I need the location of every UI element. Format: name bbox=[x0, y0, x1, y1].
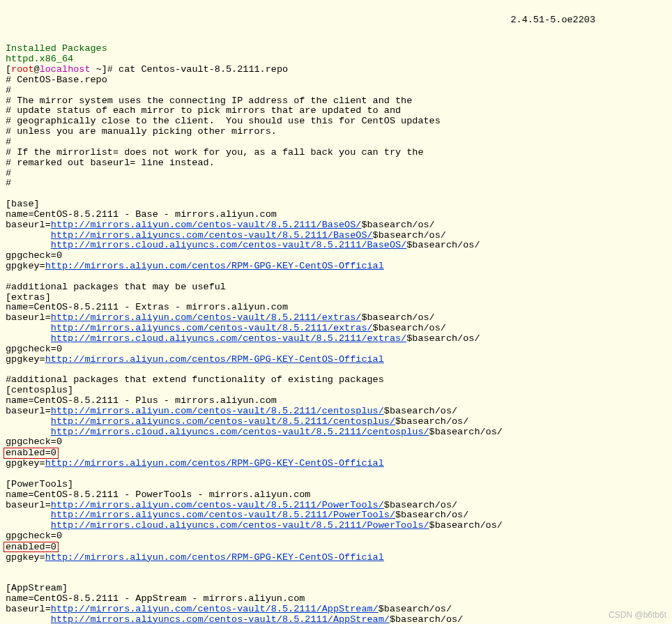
section-centosplus: [centosplus] bbox=[6, 385, 73, 395]
section-powertools: [PowerTools] bbox=[6, 479, 73, 489]
baseurl-prefix: baseurl= bbox=[6, 500, 51, 510]
baseurl-suffix: $basearch/os/ bbox=[379, 604, 452, 614]
baseurl-suffix: $basearch/os/ bbox=[390, 614, 463, 624]
comment-line: # CentOS-Base.repo bbox=[6, 75, 107, 85]
gpgkey-prefix: gpgkey= bbox=[6, 458, 45, 469]
comment-line: # update status of each mirror to pick m… bbox=[6, 105, 401, 116]
watermark: CSDN @b6tb6t bbox=[609, 611, 666, 620]
indent bbox=[6, 427, 51, 437]
prompt-path: ~]# bbox=[91, 64, 119, 75]
repo-name: name=CentOS-8.5.2111 - AppStream - mirro… bbox=[6, 593, 305, 604]
indent bbox=[6, 520, 51, 531]
baseurl-suffix: $basearch/os/ bbox=[406, 240, 480, 250]
baseurl-link[interactable]: http://mirrors.aliyun.com/centos-vault/8… bbox=[51, 406, 384, 416]
section-extras: [extras] bbox=[6, 292, 51, 303]
repo-name: name=CentOS-8.5.2111 - Plus - mirrors.al… bbox=[6, 395, 277, 406]
baseurl-prefix: baseurl= bbox=[6, 220, 51, 230]
gpgkey-link[interactable]: http://mirrors.aliyun.com/centos/RPM-GPG… bbox=[45, 458, 384, 469]
indent bbox=[6, 510, 51, 520]
comment-line: #additional packages that extend functio… bbox=[6, 374, 384, 385]
comment-line: # remarked out baseurl= line instead. bbox=[6, 158, 215, 168]
gpgkey-prefix: gpgkey= bbox=[6, 261, 45, 271]
baseurl-link[interactable]: http://mirrors.aliyun.com/centos-vault/8… bbox=[51, 604, 379, 614]
installed-packages-label: Installed Packages bbox=[6, 43, 107, 54]
prompt-command: cat Centos-vault-8.5.2111.repo bbox=[119, 64, 288, 75]
comment-line: # bbox=[6, 85, 11, 96]
package-name: httpd.x86_64 bbox=[6, 54, 73, 64]
prompt-at: @ bbox=[34, 64, 40, 75]
comment-line: # The mirror system uses the connecting … bbox=[6, 96, 412, 106]
package-version: 2.4.51-5.oe2203 bbox=[510, 15, 595, 26]
baseurl-link[interactable]: http://mirrors.cloud.aliyuncs.com/centos… bbox=[51, 427, 429, 437]
comment-line: # If the mirrorlist= does not work for y… bbox=[6, 147, 424, 158]
gpgkey-link[interactable]: http://mirrors.aliyun.com/centos/RPM-GPG… bbox=[45, 354, 384, 365]
baseurl-link[interactable]: http://mirrors.cloud.aliyuncs.com/centos… bbox=[51, 520, 429, 531]
baseurl-prefix: baseurl= bbox=[6, 604, 51, 614]
indent bbox=[6, 230, 51, 241]
repo-name: name=CentOS-8.5.2111 - Base - mirrors.al… bbox=[6, 209, 277, 220]
indent bbox=[6, 240, 51, 250]
baseurl-suffix: $basearch/os/ bbox=[395, 416, 468, 427]
baseurl-link[interactable]: http://mirrors.aliyuncs.com/centos-vault… bbox=[51, 510, 395, 520]
comment-line: # bbox=[6, 137, 11, 147]
indent bbox=[6, 614, 51, 624]
indent bbox=[6, 333, 51, 344]
baseurl-suffix: $basearch/os/ bbox=[429, 520, 503, 531]
enabled-highlight: enabled=0 bbox=[3, 448, 59, 459]
baseurl-suffix: $basearch/os/ bbox=[373, 323, 446, 333]
section-base: [base] bbox=[6, 199, 40, 209]
prompt-open: [ bbox=[6, 64, 11, 75]
gpgkey-link[interactable]: http://mirrors.aliyun.com/centos/RPM-GPG… bbox=[45, 552, 384, 563]
prompt-user: root bbox=[11, 64, 33, 75]
gpgcheck: gpgcheck=0 bbox=[6, 436, 62, 447]
baseurl-link[interactable]: http://mirrors.aliyun.com/centos-vault/8… bbox=[51, 312, 362, 323]
baseurl-suffix: $basearch/os/ bbox=[384, 500, 457, 510]
baseurl-suffix: $basearch/os/ bbox=[373, 230, 446, 241]
gpgkey-prefix: gpgkey= bbox=[6, 552, 45, 563]
comment-line: # bbox=[6, 178, 11, 188]
baseurl-link[interactable]: http://mirrors.aliyun.com/centos-vault/8… bbox=[51, 220, 362, 230]
gpgcheck: gpgcheck=0 bbox=[6, 531, 62, 541]
comment-line: # unless you are manually picking other … bbox=[6, 126, 277, 137]
baseurl-link[interactable]: http://mirrors.aliyuncs.com/centos-vault… bbox=[51, 230, 373, 241]
repo-name: name=CentOS-8.5.2111 - PowerTools - mirr… bbox=[6, 489, 310, 500]
comment-line: # geographically close to the client. Yo… bbox=[6, 116, 441, 126]
baseurl-link[interactable]: http://mirrors.cloud.aliyuncs.com/centos… bbox=[51, 240, 406, 250]
section-appstream: [AppStream] bbox=[6, 583, 68, 593]
baseurl-suffix: $basearch/os/ bbox=[406, 333, 480, 344]
baseurl-prefix: baseurl= bbox=[6, 406, 51, 416]
baseurl-suffix: $basearch/os/ bbox=[361, 220, 434, 230]
baseurl-link[interactable]: http://mirrors.aliyun.com/centos-vault/8… bbox=[51, 500, 384, 510]
comment-line: # bbox=[6, 168, 11, 178]
baseurl-link[interactable]: http://mirrors.aliyuncs.com/centos-vault… bbox=[51, 614, 390, 624]
baseurl-link[interactable]: http://mirrors.cloud.aliyuncs.com/centos… bbox=[51, 333, 406, 344]
gpgkey-link[interactable]: http://mirrors.aliyun.com/centos/RPM-GPG… bbox=[45, 261, 384, 271]
prompt-host: localhost bbox=[40, 64, 91, 75]
enabled-highlight: enabled=0 bbox=[3, 542, 59, 553]
baseurl-suffix: $basearch/os/ bbox=[384, 406, 457, 416]
gpgcheck: gpgcheck=0 bbox=[6, 344, 62, 354]
gpgcheck: gpgcheck=0 bbox=[6, 250, 62, 261]
indent bbox=[6, 416, 51, 427]
baseurl-prefix: baseurl= bbox=[6, 312, 51, 323]
comment-line: #additional packages that may be useful bbox=[6, 282, 226, 292]
baseurl-suffix: $basearch/os/ bbox=[361, 312, 434, 323]
baseurl-suffix: $basearch/os/ bbox=[429, 427, 503, 437]
gpgkey-prefix: gpgkey= bbox=[6, 354, 45, 365]
baseurl-link[interactable]: http://mirrors.aliyuncs.com/centos-vault… bbox=[51, 323, 373, 333]
baseurl-suffix: $basearch/os/ bbox=[395, 510, 468, 520]
indent bbox=[6, 323, 51, 333]
repo-name: name=CentOS-8.5.2111 - Extras - mirrors.… bbox=[6, 302, 288, 312]
baseurl-link[interactable]: http://mirrors.aliyuncs.com/centos-vault… bbox=[51, 416, 395, 427]
